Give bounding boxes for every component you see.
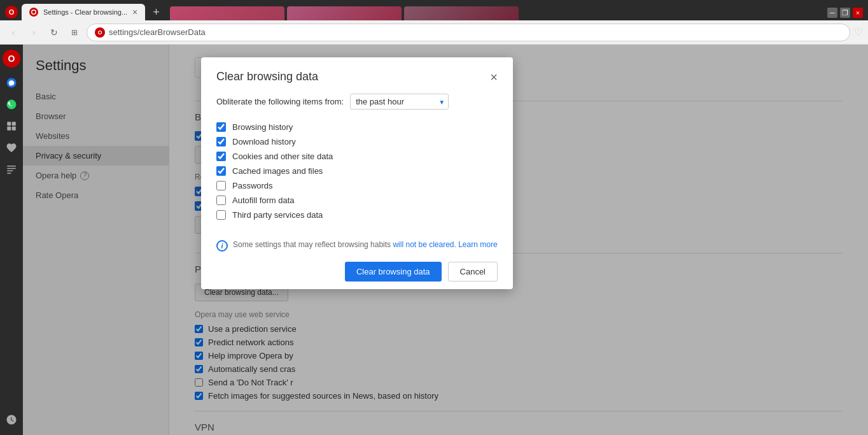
svg-rect-9	[7, 168, 16, 169]
download-history-checkbox[interactable]	[216, 137, 226, 146]
cookies-checkbox[interactable]	[216, 152, 226, 161]
browsing-history-checkbox[interactable]	[216, 122, 226, 132]
svg-rect-10	[7, 171, 13, 172]
cookies-label: Cookies and other site data	[232, 152, 333, 161]
cookies-row: Cookies and other site data	[216, 149, 498, 164]
modal-body: Obliterate the following items from: the…	[201, 94, 513, 232]
info-icon: i	[216, 240, 228, 252]
cancel-button[interactable]: Cancel	[448, 262, 498, 282]
active-tab[interactable]: Settings - Clear browsing... ×	[22, 4, 145, 20]
modal-info: i Some settings that may reflect browsin…	[216, 240, 498, 252]
heart-icon[interactable]	[1, 138, 22, 158]
time-range-select-wrapper: the past hour the past day the past week…	[350, 94, 449, 110]
modal-close-button[interactable]: ×	[490, 71, 498, 83]
modal-actions: Clear browsing data Cancel	[216, 262, 498, 282]
modal-learn-more[interactable]: Learn more	[458, 240, 497, 249]
passwords-checkbox[interactable]	[216, 181, 226, 190]
feed-icon[interactable]	[1, 159, 22, 180]
svg-point-1	[32, 11, 36, 14]
download-history-row: Download history	[216, 134, 498, 149]
window-minimize[interactable]: ─	[827, 8, 837, 18]
clear-browsing-data-modal: Clear browsing data × Obliterate the fol…	[201, 57, 513, 289]
svg-point-3	[7, 100, 17, 110]
third-party-checkbox[interactable]	[216, 210, 226, 220]
svg-rect-11	[7, 173, 11, 174]
window-close[interactable]: ×	[853, 8, 863, 18]
reload-button[interactable]: ↻	[46, 24, 62, 41]
tab-title: Settings - Clear browsing...	[43, 8, 127, 16]
view-tabs-button[interactable]: ⊞	[66, 24, 83, 41]
third-party-label: Third party services data	[232, 210, 323, 220]
autofill-checkbox[interactable]	[216, 196, 226, 205]
messenger-icon[interactable]	[1, 73, 22, 93]
modal-checkbox-list: Browsing history Download history Cookie…	[216, 120, 498, 222]
opera-logo-sidebar[interactable]: O	[3, 50, 20, 68]
will-not-be-cleared-link[interactable]: will not be cleared.	[393, 240, 456, 249]
background-tab-2[interactable]	[287, 6, 402, 20]
obliterate-row: Obliterate the following items from: the…	[216, 94, 498, 110]
background-tab-1[interactable]	[170, 6, 284, 20]
opera-sidebar: O	[0, 45, 23, 435]
favorite-icon[interactable]: ♡	[854, 26, 863, 38]
opera-logo[interactable]: O	[5, 6, 18, 18]
time-range-select[interactable]: the past hour the past day the past week…	[350, 94, 449, 110]
extensions-icon[interactable]	[1, 116, 22, 136]
address-text: settings/clearBrowserData	[109, 27, 206, 37]
passwords-label: Passwords	[232, 181, 273, 190]
download-history-label: Download history	[232, 137, 296, 146]
address-bar[interactable]: O settings/clearBrowserData	[87, 24, 850, 41]
svg-rect-8	[7, 166, 16, 167]
cached-images-label: Cached images and files	[232, 166, 323, 176]
browsing-history-row: Browsing history	[216, 120, 498, 134]
clear-browsing-data-confirm-button[interactable]: Clear browsing data	[345, 262, 442, 282]
tab-favicon	[29, 8, 38, 17]
svg-rect-7	[12, 127, 16, 131]
back-button[interactable]: ‹	[5, 24, 22, 41]
modal-overlay: Clear browsing data × Obliterate the fol…	[23, 45, 868, 435]
modal-header: Clear browsing data ×	[201, 57, 513, 94]
autofill-row: Autofill form data	[216, 193, 498, 208]
background-tab-3[interactable]	[404, 6, 519, 20]
third-party-row: Third party services data	[216, 208, 498, 222]
forward-button[interactable]: ›	[25, 24, 42, 41]
tab-close-icon[interactable]: ×	[132, 8, 137, 17]
modal-footer: i Some settings that may reflect browsin…	[201, 232, 513, 289]
svg-rect-6	[7, 127, 11, 131]
autofill-label: Autofill form data	[232, 196, 295, 205]
whatsapp-icon[interactable]	[1, 94, 22, 115]
obliterate-label: Obliterate the following items from:	[216, 97, 344, 106]
opera-icon-in-bar: O	[95, 27, 105, 38]
cached-images-checkbox[interactable]	[216, 166, 226, 176]
svg-rect-5	[12, 122, 16, 125]
browsing-history-label: Browsing history	[232, 122, 293, 132]
history-icon[interactable]	[1, 410, 22, 430]
modal-title: Clear browsing data	[216, 70, 318, 83]
cached-images-row: Cached images and files	[216, 164, 498, 178]
passwords-row: Passwords	[216, 178, 498, 193]
new-tab-button[interactable]: +	[148, 6, 165, 19]
window-restore[interactable]: ❒	[840, 8, 850, 18]
svg-rect-4	[7, 122, 11, 125]
modal-info-text: Some settings that may reflect browsing …	[233, 240, 498, 249]
